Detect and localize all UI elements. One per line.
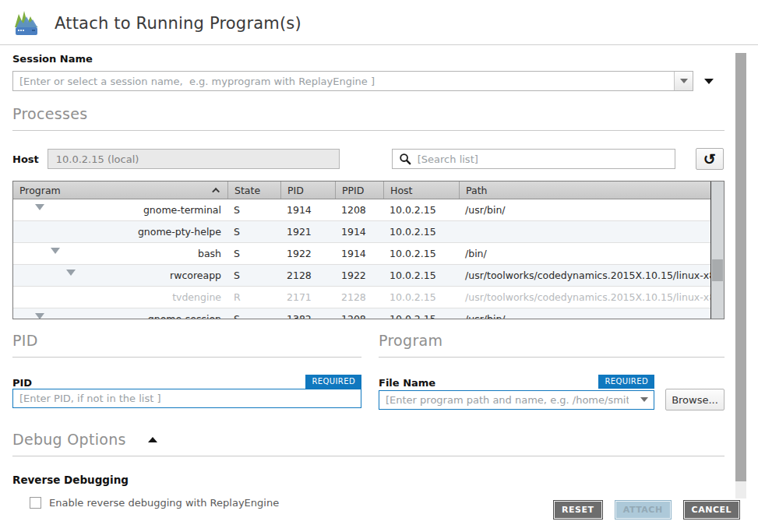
reset-button[interactable]: RESET — [553, 500, 603, 520]
cell-program: rwcoreapp — [13, 270, 227, 282]
cell-path: /usr/toolworks/codedynamics.2015X.10.15/… — [459, 291, 710, 303]
table-row[interactable]: bash S 1922 1914 10.0.2.15 /bin/ — [13, 243, 710, 265]
cell-state: R — [227, 291, 280, 303]
cell-pid: 2171 — [280, 291, 335, 303]
pid-section: PID PID REQUIRED — [12, 332, 361, 410]
table-row[interactable]: gnome-session S 1382 1208 10.0.2.15 /usr… — [13, 308, 710, 319]
expander-icon[interactable] — [66, 270, 76, 282]
column-header-pid[interactable]: PID — [280, 181, 335, 199]
host-input — [48, 149, 340, 169]
search-icon — [399, 153, 411, 165]
process-table-body: gnome-terminal S 1914 1208 10.0.2.15 /us… — [13, 199, 710, 319]
cell-host: 10.0.2.15 — [383, 291, 459, 303]
table-row[interactable]: rwcoreapp S 2128 1922 10.0.2.15 /usr/too… — [13, 265, 710, 287]
cell-ppid: 2128 — [335, 291, 383, 303]
cell-ppid: 1914 — [335, 226, 383, 238]
expander-icon[interactable] — [51, 248, 60, 260]
search-input[interactable] — [418, 153, 668, 165]
cell-host: 10.0.2.15 — [383, 248, 459, 259]
collapse-section-icon[interactable] — [148, 437, 157, 442]
column-header-program[interactable]: Program — [13, 181, 227, 199]
cell-program: gnome-session — [13, 313, 227, 319]
cell-state: S — [227, 313, 280, 319]
cell-state: S — [227, 270, 280, 281]
column-header-state[interactable]: State — [227, 181, 280, 199]
table-scrollbar[interactable] — [710, 181, 724, 319]
attach-button[interactable]: ATTACH — [615, 500, 672, 520]
dialog-header: Attach to Running Program(s) — [0, 0, 758, 45]
file-name-dropdown-button[interactable] — [635, 391, 654, 409]
pid-input[interactable] — [12, 389, 361, 408]
debug-options-heading: Debug Options — [12, 431, 126, 448]
cell-host: 10.0.2.15 — [383, 313, 459, 319]
cell-path: /bin/ — [459, 248, 710, 259]
sort-ascending-icon — [212, 187, 220, 195]
cell-pid: 1921 — [280, 226, 335, 238]
pid-label: PID — [12, 377, 32, 389]
cell-ppid: 1208 — [335, 313, 383, 319]
file-name-label-row: File Name REQUIRED — [379, 375, 654, 389]
process-table: Program State PID PPID Host Path — [12, 181, 725, 319]
cell-state: S — [227, 226, 280, 238]
search-box[interactable] — [392, 149, 675, 169]
column-header-path[interactable]: Path — [459, 181, 710, 199]
cell-pid: 1914 — [280, 204, 335, 216]
column-header-host[interactable]: Host — [383, 181, 459, 199]
table-row[interactable]: tvdengine R 2171 2128 10.0.2.15 /usr/too… — [13, 287, 710, 308]
cell-program: bash — [13, 248, 227, 260]
pid-section-header: PID — [12, 332, 361, 358]
table-scrollbar-thumb[interactable] — [712, 259, 723, 281]
cell-host: 10.0.2.15 — [383, 204, 459, 216]
host-search-row: Host ↺ — [12, 148, 725, 170]
chevron-down-icon — [680, 79, 688, 83]
pid-heading: PID — [12, 332, 38, 349]
processes-section-header: Processes — [12, 105, 725, 131]
column-header-ppid[interactable]: PPID — [335, 181, 383, 199]
cell-program: tvdengine — [13, 291, 227, 304]
cell-ppid: 1922 — [335, 270, 383, 281]
page-scrollbar-thumb[interactable] — [735, 53, 746, 481]
cell-host: 10.0.2.15 — [383, 270, 459, 281]
refresh-icon: ↺ — [703, 152, 716, 167]
table-row[interactable]: gnome-pty-helpe S 1921 1914 10.0.2.15 — [13, 221, 710, 243]
browse-button[interactable]: Browse... — [665, 389, 725, 410]
debug-options-section-header: Debug Options — [12, 431, 725, 456]
expander-icon[interactable] — [35, 204, 44, 217]
program-heading: Program — [379, 332, 442, 349]
cell-path: /usr/bin/ — [459, 313, 710, 319]
cancel-button[interactable]: CANCEL — [683, 500, 740, 520]
page-scrollbar[interactable] — [735, 53, 746, 499]
cell-path: /usr/toolworks/codedynamics.2015X.10.15/… — [459, 270, 710, 281]
expander-icon[interactable] — [35, 313, 44, 319]
table-row[interactable]: gnome-terminal S 1914 1208 10.0.2.15 /us… — [13, 199, 710, 221]
session-menu-arrow-icon[interactable] — [704, 79, 714, 84]
cell-host: 10.0.2.15 — [383, 226, 459, 238]
refresh-button[interactable]: ↺ — [696, 148, 724, 170]
file-name-combobox[interactable] — [379, 390, 654, 410]
process-table-header: Program State PID PPID Host Path — [13, 181, 710, 199]
pid-label-row: PID REQUIRED — [12, 375, 361, 389]
cell-program: gnome-pty-helpe — [13, 226, 227, 238]
file-name-input[interactable] — [379, 391, 635, 409]
processes-heading: Processes — [12, 105, 87, 122]
cell-path: /usr/bin/ — [459, 204, 710, 216]
cell-state: S — [227, 248, 280, 259]
session-name-row — [12, 71, 737, 91]
replayengine-checkbox[interactable] — [30, 497, 41, 509]
app-logo-icon — [12, 9, 42, 37]
file-name-required-badge: REQUIRED — [598, 375, 654, 389]
cell-pid: 1922 — [280, 248, 335, 259]
session-name-combobox[interactable] — [12, 71, 693, 91]
session-dropdown-button[interactable] — [674, 72, 693, 90]
program-section-header: Program — [379, 332, 725, 358]
cell-pid: 1382 — [280, 313, 335, 319]
program-section: Program File Name REQUIRED Browse... — [379, 332, 725, 410]
footer-button-bar: RESET ATTACH CANCEL — [553, 500, 740, 520]
cell-pid: 2128 — [280, 270, 335, 281]
cell-program: gnome-terminal — [13, 204, 227, 217]
session-name-input[interactable] — [13, 72, 674, 90]
pid-required-badge: REQUIRED — [305, 375, 361, 389]
cell-ppid: 1914 — [335, 248, 383, 259]
session-name-label: Session Name — [12, 53, 737, 65]
cell-state: S — [227, 204, 280, 216]
